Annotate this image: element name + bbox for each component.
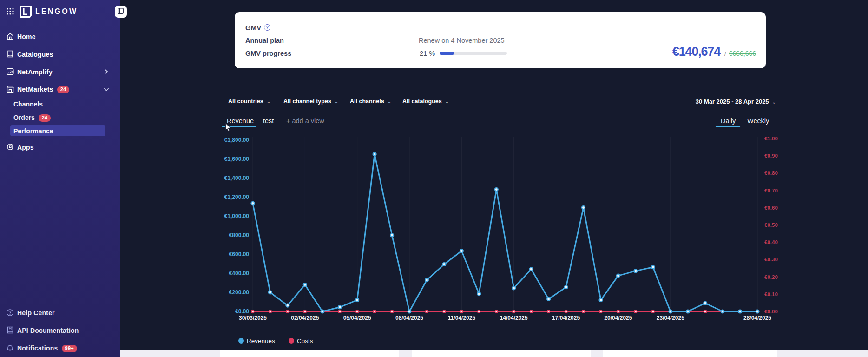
svg-text:€0.50: €0.50 (764, 222, 778, 228)
svg-text:02/04/2025: 02/04/2025 (291, 315, 319, 321)
svg-text:€1.00: €1.00 (764, 136, 778, 141)
svg-text:€1,600.00: €1,600.00 (224, 156, 250, 162)
svg-text:€200.00: €200.00 (229, 289, 250, 296)
svg-text:€0.00: €0.00 (764, 309, 778, 314)
svg-text:28/04/2025: 28/04/2025 (743, 315, 771, 321)
svg-text:€1,000.00: €1,000.00 (224, 213, 250, 219)
svg-text:17/04/2025: 17/04/2025 (552, 315, 580, 321)
svg-text:14/04/2025: 14/04/2025 (500, 315, 528, 321)
svg-text:23/04/2025: 23/04/2025 (657, 315, 684, 321)
svg-text:20/04/2025: 20/04/2025 (604, 315, 632, 321)
svg-text:11/04/2025: 11/04/2025 (448, 315, 476, 321)
svg-text:€600.00: €600.00 (229, 251, 250, 258)
svg-text:€1,400.00: €1,400.00 (224, 175, 250, 181)
svg-text:€800.00: €800.00 (229, 232, 250, 238)
svg-text:€0.60: €0.60 (764, 205, 778, 211)
svg-text:€0.20: €0.20 (764, 274, 778, 280)
svg-text:€0.70: €0.70 (764, 188, 778, 193)
svg-text:€0.40: €0.40 (764, 239, 778, 245)
svg-text:€0.00: €0.00 (235, 308, 249, 315)
svg-text:€0.90: €0.90 (764, 153, 778, 159)
svg-text:€0.80: €0.80 (764, 170, 778, 176)
svg-text:€1,200.00: €1,200.00 (224, 194, 250, 200)
svg-text:05/04/2025: 05/04/2025 (343, 315, 371, 321)
svg-text:30/03/2025: 30/03/2025 (239, 315, 267, 321)
svg-text:€0.10: €0.10 (764, 291, 778, 297)
svg-text:€1,800.00: €1,800.00 (224, 137, 250, 143)
svg-text:08/04/2025: 08/04/2025 (395, 315, 423, 321)
svg-text:€400.00: €400.00 (229, 270, 250, 277)
svg-text:€0.30: €0.30 (764, 257, 778, 262)
